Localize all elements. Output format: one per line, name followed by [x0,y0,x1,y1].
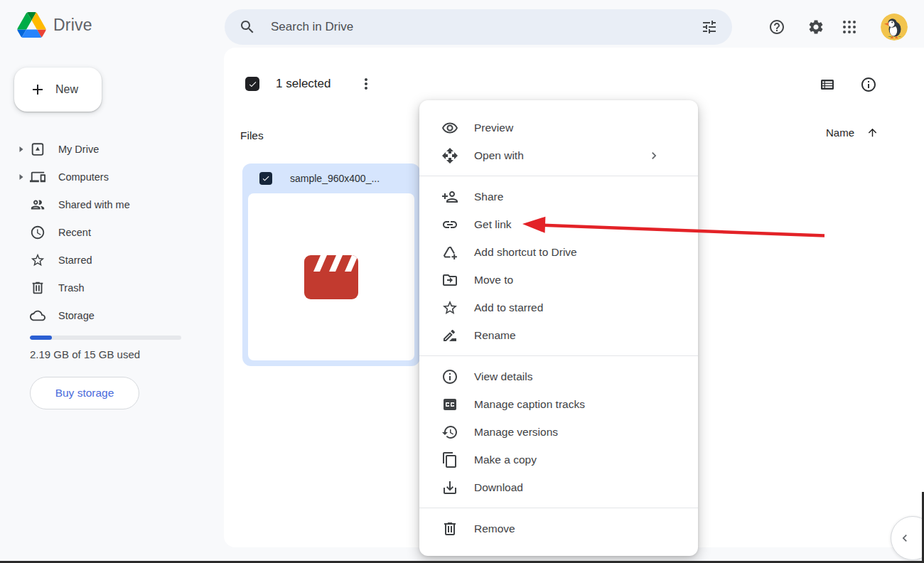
sidebar-item-computers[interactable]: Computers [0,163,213,191]
submenu-chevron-right-icon [647,149,661,163]
user-avatar[interactable] [881,14,908,41]
settings-gear-icon[interactable] [807,18,824,36]
computers-icon [30,169,45,185]
app-title: Drive [53,16,92,35]
sidebar-item-label: Storage [58,310,95,321]
menu-item-move-to[interactable]: Move to [419,266,698,294]
menu-item-share[interactable]: Share [419,183,698,210]
drive-logo-icon [17,12,46,38]
video-clapperboard-icon [304,255,358,299]
storage-progress-fill [30,336,52,340]
menu-item-label: Remove [474,522,515,535]
view-tools [819,76,877,93]
selection-toolbar: 1 selected [245,71,375,97]
menu-item-remove[interactable]: Remove [419,515,698,542]
drive-shortcut-icon [441,244,458,261]
file-checkbox[interactable] [259,172,272,185]
menu-item-label: View details [474,370,532,383]
menu-item-label: Download [474,481,523,494]
file-context-menu: Preview Open with Share Get link Add sho… [419,100,698,556]
sidebar-item-recent[interactable]: Recent [0,218,213,246]
sidebar-item-shared-with-me[interactable]: Shared with me [0,191,213,218]
search-input[interactable] [271,20,701,34]
sidebar-item-label: Recent [58,227,91,238]
file-name: sample_960x400_... [290,173,380,184]
file-card-header: sample_960x400_... [242,163,420,193]
menu-divider [419,355,698,356]
menu-item-label: Open with [474,149,524,162]
more-actions-icon[interactable] [358,75,375,92]
storage-progress-bar [30,336,181,340]
person-add-icon [441,188,458,205]
menu-item-label: Share [474,191,503,203]
file-thumbnail [248,193,414,360]
plus-icon [29,81,46,98]
search-icon[interactable] [239,18,256,36]
closed-caption-icon [441,396,458,413]
puffin-avatar-image [881,14,908,41]
download-icon [441,479,458,496]
new-button-label: New [55,83,78,96]
menu-item-label: Add to starred [474,301,543,314]
menu-item-download[interactable]: Download [419,473,698,501]
google-apps-icon[interactable] [841,18,858,36]
sidebar-item-trash[interactable]: Trash [0,274,213,301]
chevron-left-icon [898,531,912,545]
expand-arrow-icon[interactable] [18,146,30,152]
info-icon [441,368,458,385]
menu-item-open-with[interactable]: Open with [419,141,698,169]
side-panel-expand-button[interactable] [891,516,924,560]
check-icon [262,174,270,183]
sidebar-item-label: Trash [58,282,85,294]
open-with-icon [441,147,458,164]
trash-icon [30,280,45,296]
menu-item-label: Make a copy [474,454,537,466]
search-bar[interactable] [225,9,732,45]
menu-divider [419,176,698,176]
select-all-checkbox[interactable] [245,77,259,91]
menu-item-view-details[interactable]: View details [419,363,698,390]
menu-item-label: Preview [474,122,513,134]
drive-logo-area[interactable]: Drive [17,11,92,38]
history-icon [441,424,458,441]
help-icon[interactable] [768,18,785,36]
eye-icon [441,119,458,136]
details-info-icon[interactable] [860,76,877,93]
menu-item-label: Manage caption tracks [474,398,585,411]
new-button[interactable]: New [14,68,102,112]
menu-item-label: Manage versions [474,426,558,439]
menu-item-manage-captions[interactable]: Manage caption tracks [419,390,698,418]
recent-clock-icon [30,225,45,240]
search-options-icon[interactable] [701,18,718,36]
menu-item-rename[interactable]: Rename [419,321,698,349]
menu-divider [419,508,698,508]
storage-usage-text: 2.19 GB of 15 GB used [30,348,140,360]
my-drive-icon [30,141,45,157]
sidebar-item-label: My Drive [58,144,99,155]
sidebar-item-starred[interactable]: Starred [0,246,213,274]
menu-item-label: Get link [474,218,512,231]
pencil-icon [441,327,458,344]
menu-item-manage-versions[interactable]: Manage versions [419,418,698,446]
file-card-selected[interactable]: sample_960x400_... [242,163,420,366]
files-heading: Files [240,129,264,142]
expand-arrow-icon[interactable] [18,174,30,180]
sort-by-name-header[interactable]: Name [826,127,879,139]
menu-item-label: Add shortcut to Drive [474,246,577,259]
cloud-icon [30,308,45,323]
star-icon [441,299,458,316]
sidebar-item-my-drive[interactable]: My Drive [0,135,213,163]
menu-item-get-link[interactable]: Get link [419,210,698,238]
list-view-toggle-icon[interactable] [819,76,836,93]
buy-storage-button[interactable]: Buy storage [30,377,139,409]
menu-item-preview[interactable]: Preview [419,114,698,141]
sidebar-item-storage[interactable]: Storage [0,301,213,329]
buy-storage-label: Buy storage [55,387,114,400]
link-icon [441,216,458,233]
selection-count-label: 1 selected [276,77,331,91]
menu-item-add-shortcut[interactable]: Add shortcut to Drive [419,238,698,266]
menu-item-add-to-starred[interactable]: Add to starred [419,294,698,321]
menu-item-make-a-copy[interactable]: Make a copy [419,446,698,473]
sidebar-nav: My Drive Computers Shared with me Recent… [0,135,213,329]
menu-item-label: Rename [474,329,516,342]
